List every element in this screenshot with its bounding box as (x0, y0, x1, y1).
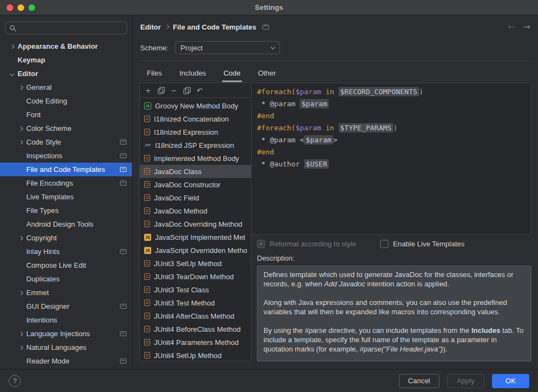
tab-files[interactable]: Files (147, 69, 162, 83)
chevron-right-icon[interactable] (15, 141, 26, 144)
sidebar-item-color-scheme[interactable]: Color Scheme (0, 122, 132, 135)
template-item-javadoc-constructor[interactable]: JavaDoc Constructor (140, 178, 251, 191)
settings-tree: Appearance & BehaviorKeymapEditorGeneral… (0, 38, 132, 369)
sidebar-item-label: Compose Live Edit (26, 261, 127, 269)
template-item-javascript-overridden-metho[interactable]: JSJavaScript Overridden Metho (140, 244, 251, 257)
sidebar-item-emmet[interactable]: Emmet (0, 286, 132, 299)
sidebar-item-natural-languages[interactable]: Natural Languages (0, 341, 132, 354)
in-editor-settings-icon (120, 304, 127, 309)
minimize-window-icon[interactable] (18, 4, 24, 11)
sidebar-item-file-and-code-templates[interactable]: File and Code Templates (0, 163, 132, 176)
template-item-javadoc-overriding-method[interactable]: JavaDoc Overriding Method (140, 217, 251, 230)
remove-template-icon[interactable]: − (171, 87, 177, 94)
sidebar-item-label: Copyright (26, 234, 127, 242)
chevron-right-icon[interactable] (15, 346, 26, 349)
duplicate-template-icon[interactable] (184, 87, 190, 94)
template-item-javadoc-method[interactable]: JavaDoc Method (140, 204, 251, 217)
reset-to-default-icon[interactable]: ↶ (197, 87, 203, 94)
sidebar-item-editor[interactable]: Editor (0, 67, 132, 80)
back-arrow-icon[interactable]: ← (508, 22, 515, 32)
template-item-javadoc-class[interactable]: JavaDoc Class (140, 165, 251, 178)
scheme-label: Scheme: (140, 44, 168, 52)
template-item-junit4-parameters-method[interactable]: JUnit4 Parameters Method (140, 336, 251, 349)
sidebar-item-intentions[interactable]: Intentions (0, 313, 132, 327)
chevron-right-icon[interactable] (15, 127, 26, 130)
template-item-junit3-test-class[interactable]: JUnit3 Test Class (140, 283, 251, 296)
sidebar-item-inspections[interactable]: Inspections (0, 149, 132, 163)
sidebar-item-label: Code Editing (26, 97, 127, 105)
reformat-checkbox[interactable]: ✓ (257, 240, 265, 248)
breadcrumb-editor[interactable]: Editor (140, 23, 161, 31)
sidebar-item-compose-live-edit[interactable]: Compose Live Edit (0, 258, 132, 272)
sidebar-item-language-injections[interactable]: Language Injections (0, 327, 132, 341)
sidebar-item-font[interactable]: Font (0, 108, 132, 122)
sidebar-item-appearance-behavior[interactable]: Appearance & Behavior (0, 39, 132, 53)
forward-arrow-icon[interactable]: → (523, 22, 530, 32)
template-item-groovy-new-method-body[interactable]: GGroovy New Method Body (140, 99, 251, 112)
sidebar-item-inlay-hints[interactable]: Inlay Hints (0, 245, 132, 258)
sidebar-item-label: Appearance & Behavior (18, 42, 127, 50)
sidebar-item-label: File and Code Templates (26, 165, 120, 174)
template-item-i18nized-expression[interactable]: I18nized Expression (140, 125, 251, 139)
sidebar-item-android-design-tools[interactable]: Android Design Tools (0, 217, 132, 231)
tab-other[interactable]: Other (258, 69, 276, 83)
search-input[interactable] (19, 24, 123, 33)
template-item-junit4-beforeclass-method[interactable]: JUnit4 BeforeClass Method (140, 322, 251, 336)
sidebar-item-keymap[interactable]: Keymap (0, 53, 132, 67)
help-button[interactable]: ? (9, 375, 21, 387)
close-window-icon[interactable] (7, 4, 13, 11)
template-file-icon (144, 116, 150, 122)
chevron-right-icon[interactable] (7, 45, 18, 48)
sidebar-item-label: Font (26, 111, 127, 119)
template-item-javascript-implemented-met[interactable]: JSJavaScript Implemented Met (140, 230, 251, 244)
template-item-i18nized-concatenation[interactable]: I18nized Concatenation (140, 112, 251, 125)
reformat-checkbox-label[interactable]: Reformat according to style (270, 240, 356, 248)
sidebar-item-code-editing[interactable]: Code Editing (0, 94, 132, 108)
template-item-junit4-afterclass-method[interactable]: JUnit4 AfterClass Method (140, 309, 251, 322)
zoom-window-icon[interactable] (28, 4, 35, 11)
template-item-junit3-teardown-method[interactable]: JUnit3 TearDown Method (140, 270, 251, 283)
sidebar-item-label: Intentions (26, 316, 127, 324)
template-tabs: FilesIncludesCodeOther (139, 61, 531, 83)
sidebar-item-live-templates[interactable]: Live Templates (0, 190, 132, 204)
template-detail: #foreach($param in $RECORD_COMPONENTS) *… (251, 83, 531, 361)
tab-includes[interactable]: Includes (179, 69, 205, 83)
template-item-junit4-setup-method[interactable]: JUnit4 SetUp Method (140, 349, 251, 361)
template-item-javadoc-field[interactable]: JavaDoc Field (140, 191, 251, 204)
sidebar-item-file-encodings[interactable]: File Encodings (0, 176, 132, 190)
sidebar-item-file-types[interactable]: File Types (0, 204, 132, 217)
template-item-i18nized-jsp-expression[interactable]: JSPI18nized JSP Expression (140, 139, 251, 152)
sidebar-item-general[interactable]: General (0, 80, 132, 94)
sidebar-item-label: GUI Designer (26, 302, 120, 310)
sidebar-item-code-style[interactable]: Code Style (0, 135, 132, 149)
template-file-icon (144, 313, 150, 319)
chevron-right-icon[interactable] (15, 332, 26, 336)
sidebar-item-gui-designer[interactable]: GUI Designer (0, 299, 132, 313)
add-template-icon[interactable]: + (145, 87, 151, 94)
sidebar-item-copyright[interactable]: Copyright (0, 231, 132, 245)
sidebar-item-label: Inlay Hints (26, 247, 120, 256)
template-editor[interactable]: #foreach($param in $RECORD_COMPONENTS) *… (251, 83, 531, 235)
template-item-implemented-method-body[interactable]: Implemented Method Body (140, 152, 251, 165)
template-item-junit3-setup-method[interactable]: JUnit3 SetUp Method (140, 257, 251, 270)
breadcrumb-file-and-code-templates[interactable]: File and Code Templates (173, 23, 256, 31)
cancel-button[interactable]: Cancel (399, 374, 439, 388)
description-box[interactable]: Defines template which used to generate … (257, 266, 531, 361)
template-item-junit3-test-method[interactable]: JUnit3 Test Method (140, 296, 251, 309)
sidebar-item-reader-mode[interactable]: Reader Mode (0, 354, 132, 368)
code-line: #foreach($param in $RECORD_COMPONENTS) (257, 86, 531, 98)
ok-button[interactable]: OK (492, 374, 529, 388)
tab-code[interactable]: Code (224, 69, 241, 83)
settings-search[interactable] (5, 21, 127, 34)
apply-button[interactable]: Apply (447, 374, 484, 388)
enable-live-templates-label[interactable]: Enable Live Templates (393, 240, 465, 248)
chevron-right-icon[interactable] (15, 291, 26, 295)
copy-template-icon[interactable] (158, 87, 164, 94)
template-item-label: JUnit3 SetUp Method (154, 260, 222, 268)
chevron-right-icon[interactable] (15, 237, 26, 240)
enable-live-templates-checkbox[interactable] (380, 240, 388, 248)
sidebar-item-duplicates[interactable]: Duplicates (0, 272, 132, 286)
chevron-down-icon[interactable] (7, 72, 18, 76)
chevron-right-icon[interactable] (15, 86, 26, 89)
scheme-select[interactable]: Project (175, 41, 280, 54)
